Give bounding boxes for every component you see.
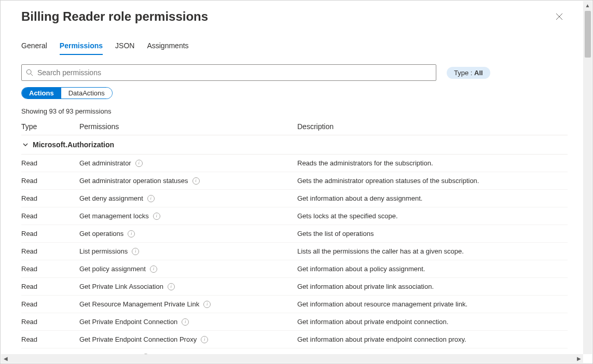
table-row[interactable]: ReadGet administratoriReads the administ… — [21, 155, 568, 172]
row-permission: Get administrator — [79, 159, 131, 167]
info-icon[interactable]: i — [192, 177, 200, 185]
horizontal-scrollbar[interactable]: ◀ ▶ — [1, 354, 583, 363]
info-icon[interactable]: i — [147, 195, 155, 202]
table-row[interactable]: ReadGet policy assignmentiGet informatio… — [21, 260, 568, 278]
page-title: Billing Reader role permissions — [21, 9, 568, 24]
search-input[interactable] — [33, 68, 432, 77]
info-icon[interactable]: i — [201, 336, 208, 343]
close-icon — [556, 13, 563, 20]
svg-line-3 — [31, 74, 33, 76]
row-permission: Get management locks — [79, 212, 149, 220]
row-description: Get information about resource managemen… — [297, 300, 568, 308]
info-icon[interactable]: i — [182, 318, 189, 326]
table-row[interactable]: ReadGet Private Link AssociationiGet inf… — [21, 278, 568, 296]
info-icon[interactable]: i — [168, 283, 175, 290]
row-permission: List permissions — [79, 247, 128, 255]
type-filter-label: Type : — [454, 69, 474, 77]
row-permission: Get policy assignment — [79, 265, 146, 273]
search-icon — [26, 69, 33, 76]
table-row[interactable]: ReadGet Private Endpoint Connection Prox… — [21, 331, 568, 348]
table-row[interactable]: ReadGet administrator operation statuses… — [21, 172, 568, 190]
type-filter-value: All — [474, 69, 483, 77]
scroll-left-icon[interactable]: ◀ — [1, 354, 10, 363]
row-description: Get information about private endpoint c… — [297, 335, 568, 343]
row-type: Read — [21, 247, 79, 255]
search-box[interactable] — [21, 64, 436, 81]
row-permission: Get administrator operation statuses — [79, 177, 188, 185]
row-type: Read — [21, 335, 79, 343]
tab-permissions[interactable]: Permissions — [60, 38, 103, 55]
row-description: Get information about a deny assignment. — [297, 194, 568, 202]
row-permission: Get Private Endpoint Connection Proxy — [79, 335, 197, 343]
row-description: Reads the administrators for the subscri… — [297, 159, 568, 167]
table-row[interactable]: ReadGet Resource Management Private Link… — [21, 296, 568, 313]
row-description: Get information about a policy assignmen… — [297, 265, 568, 273]
table-header: Type Permissions Description — [21, 119, 568, 135]
col-permissions[interactable]: Permissions — [79, 122, 297, 131]
row-type: Read — [21, 230, 79, 237]
svg-point-2 — [26, 69, 31, 74]
row-description: Gets the list of operations — [297, 230, 568, 237]
row-description: Get information about private endpoint c… — [297, 318, 568, 326]
row-permission: Get operations — [79, 230, 123, 237]
tab-assignments[interactable]: Assignments — [147, 38, 188, 55]
row-type: Read — [21, 283, 79, 290]
table-row[interactable]: ReadGet Private Endpoint ConnectioniGet … — [21, 313, 568, 331]
table-row[interactable]: ReadList permissionsiLists all the permi… — [21, 243, 568, 260]
chevron-down-icon — [22, 142, 29, 148]
tab-general[interactable]: General — [21, 38, 47, 55]
info-icon[interactable]: i — [150, 265, 157, 273]
row-type: Read — [21, 212, 79, 220]
toggle-dataactions[interactable]: DataActions — [61, 88, 112, 99]
info-icon[interactable]: i — [135, 160, 143, 167]
scroll-thumb[interactable] — [585, 11, 591, 58]
info-icon[interactable]: i — [128, 230, 135, 237]
table-row[interactable]: ReadGet deny assignmentiGet information … — [21, 190, 568, 207]
toggle-actions[interactable]: Actions — [22, 88, 61, 99]
info-icon[interactable]: i — [132, 248, 139, 255]
group-row[interactable]: Microsoft.Authorization — [21, 135, 568, 155]
info-icon[interactable]: i — [203, 301, 211, 308]
row-permission: Get deny assignment — [79, 194, 143, 202]
row-description: Lists all the permissions the caller has… — [297, 247, 568, 255]
row-permission: Get Resource Management Private Link — [79, 300, 199, 308]
tabs: General Permissions JSON Assignments — [21, 38, 568, 55]
row-type: Read — [21, 194, 79, 202]
table-row[interactable]: ReadGet operationsiGets the list of oper… — [21, 225, 568, 243]
col-description[interactable]: Description — [297, 122, 568, 131]
row-type: Read — [21, 177, 79, 185]
scroll-right-icon[interactable]: ▶ — [574, 354, 583, 363]
row-description: Gets locks at the specified scope. — [297, 212, 568, 220]
close-button[interactable] — [554, 11, 564, 22]
row-description: Gets the administrator opreation statuse… — [297, 177, 568, 185]
row-permission: Get Private Endpoint Connection — [79, 318, 177, 326]
row-type: Read — [21, 318, 79, 326]
row-type: Read — [21, 300, 79, 308]
action-toggle: Actions DataActions — [21, 87, 113, 99]
main-panel: Billing Reader role permissions General … — [6, 1, 583, 354]
results-count: Showing 93 of 93 permissions — [21, 107, 568, 115]
group-name: Microsoft.Authorization — [33, 141, 114, 149]
type-filter[interactable]: Type : All — [447, 67, 490, 79]
table-row[interactable]: ReadGet policy definitioniGet informatio… — [21, 348, 568, 354]
info-icon[interactable]: i — [153, 213, 160, 220]
row-description: Get information about private link assoc… — [297, 283, 568, 290]
vertical-scrollbar[interactable]: ▲ — [583, 1, 592, 354]
scroll-up-icon[interactable]: ▲ — [583, 1, 592, 10]
row-permission: Get Private Link Association — [79, 283, 163, 290]
table-row[interactable]: ReadGet management locksiGets locks at t… — [21, 207, 568, 225]
tab-json[interactable]: JSON — [115, 38, 134, 55]
row-type: Read — [21, 159, 79, 167]
col-type[interactable]: Type — [21, 122, 79, 131]
row-type: Read — [21, 265, 79, 273]
